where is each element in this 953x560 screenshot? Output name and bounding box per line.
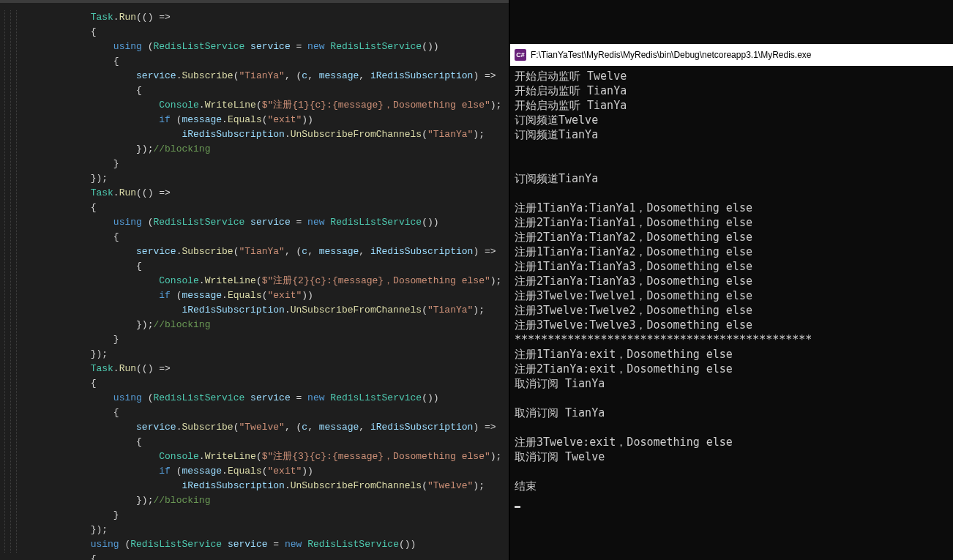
code-line[interactable]: { bbox=[22, 376, 509, 391]
code-line[interactable]: if (message.Equals("exit")) bbox=[22, 288, 509, 303]
code-line[interactable]: iRedisSubscription.UnSubscribeFromChanne… bbox=[22, 479, 509, 493]
code-line[interactable]: { bbox=[22, 552, 509, 560]
console-line: 注册3Twelve:Twelve3，Dosomething else bbox=[515, 318, 949, 332]
indent-guides bbox=[0, 10, 22, 553]
console-line: 取消订阅 Twelve bbox=[515, 449, 949, 464]
console-line: ****************************************… bbox=[515, 332, 949, 347]
console-line: 注册2TianYa:exit，Dosomething else bbox=[515, 362, 949, 376]
code-line[interactable]: { bbox=[22, 25, 509, 40]
console-line: 注册1TianYa:TianYa3，Dosomething else bbox=[515, 259, 949, 274]
console-line: 订阅频道Twelve bbox=[515, 113, 949, 127]
console-window[interactable]: C# F:\TianYaTest\MyRedis\MyRedis\bin\Deb… bbox=[509, 0, 953, 560]
code-line[interactable]: { bbox=[22, 83, 509, 98]
console-titlebar[interactable]: C# F:\TianYaTest\MyRedis\MyRedis\bin\Deb… bbox=[510, 44, 953, 66]
code-line[interactable]: } bbox=[22, 157, 509, 171]
code-line[interactable]: { bbox=[22, 201, 509, 215]
code-line[interactable]: { bbox=[22, 435, 509, 449]
console-line: 注册3Twelve:Twelve2，Dosomething else bbox=[515, 303, 949, 318]
code-line[interactable]: iRedisSubscription.UnSubscribeFromChanne… bbox=[22, 303, 509, 318]
code-line[interactable]: if (message.Equals("exit")) bbox=[22, 113, 509, 127]
console-line bbox=[515, 391, 949, 406]
console-line: 注册2TianYa:TianYa1，Dosomething else bbox=[515, 215, 949, 230]
console-line: 注册2TianYa:TianYa3，Dosomething else bbox=[515, 274, 949, 288]
console-line: 开始启动监听 TianYa bbox=[515, 98, 949, 113]
console-line: 注册1TianYa:exit，Dosomething else bbox=[515, 347, 949, 362]
console-line: 注册2TianYa:TianYa2，Dosomething else bbox=[515, 230, 949, 244]
console-line: 取消订阅 TianYa bbox=[515, 376, 949, 391]
app-icon: C# bbox=[515, 49, 526, 61]
console-line: 注册3Twelve:Twelve1，Dosomething else bbox=[515, 288, 949, 303]
console-line bbox=[515, 142, 949, 157]
code-line[interactable]: } bbox=[22, 508, 509, 523]
console-line: 订阅频道TianYa bbox=[515, 171, 949, 186]
code-line[interactable]: });//blocking bbox=[22, 142, 509, 157]
console-line bbox=[515, 420, 949, 435]
console-line: 注册1TianYa:TianYa2，Dosomething else bbox=[515, 244, 949, 259]
code-line[interactable]: });//blocking bbox=[22, 493, 509, 508]
code-line[interactable]: service.Subscribe("TianYa", (c, message,… bbox=[22, 69, 509, 83]
code-line[interactable]: iRedisSubscription.UnSubscribeFromChanne… bbox=[22, 127, 509, 142]
code-content[interactable]: Task.Run(() => { using (RedisListService… bbox=[22, 10, 509, 560]
console-line: 结束 bbox=[515, 479, 949, 493]
console-line: 开始启动监听 TianYa bbox=[515, 83, 949, 98]
code-line[interactable]: using (RedisListService service = new Re… bbox=[22, 537, 509, 552]
code-line[interactable]: Console.WriteLine($"注册{3}{c}:{message}，D… bbox=[22, 449, 509, 464]
code-line[interactable]: using (RedisListService service = new Re… bbox=[22, 391, 509, 406]
console-line: 注册3Twelve:exit，Dosomething else bbox=[515, 435, 949, 449]
console-cursor bbox=[515, 493, 949, 508]
code-line[interactable]: { bbox=[22, 406, 509, 420]
code-line[interactable]: { bbox=[22, 230, 509, 244]
code-line[interactable]: Console.WriteLine($"注册{1}{c}:{message}，D… bbox=[22, 98, 509, 113]
code-editor[interactable]: Task.Run(() => { using (RedisListService… bbox=[0, 0, 509, 560]
code-line[interactable]: }); bbox=[22, 347, 509, 362]
code-line[interactable]: });//blocking bbox=[22, 318, 509, 332]
code-line[interactable]: }); bbox=[22, 523, 509, 537]
code-line[interactable]: service.Subscribe("TianYa", (c, message,… bbox=[22, 244, 509, 259]
console-line bbox=[515, 157, 949, 171]
console-output[interactable]: 开始启动监听 Twelve开始启动监听 TianYa开始启动监听 TianYa订… bbox=[510, 66, 953, 511]
code-line[interactable]: Console.WriteLine($"注册{2}{c}:{message}，D… bbox=[22, 274, 509, 288]
console-title: F:\TianYaTest\MyRedis\MyRedis\bin\Debug\… bbox=[531, 50, 812, 60]
code-line[interactable]: service.Subscribe("Twelve", (c, message,… bbox=[22, 420, 509, 435]
code-line[interactable]: Task.Run(() => bbox=[22, 186, 509, 201]
code-line[interactable]: } bbox=[22, 332, 509, 347]
console-line bbox=[515, 186, 949, 201]
code-line[interactable]: if (message.Equals("exit")) bbox=[22, 464, 509, 479]
console-line bbox=[515, 464, 949, 479]
code-line[interactable]: Task.Run(() => bbox=[22, 362, 509, 376]
console-line: 注册1TianYa:TianYa1，Dosomething else bbox=[515, 201, 949, 215]
code-line[interactable]: using (RedisListService service = new Re… bbox=[22, 40, 509, 54]
code-line[interactable]: { bbox=[22, 54, 509, 69]
console-line: 订阅频道TianYa bbox=[515, 127, 949, 142]
console-line: 开始启动监听 Twelve bbox=[515, 69, 949, 83]
code-line[interactable]: Task.Run(() => bbox=[22, 10, 509, 25]
code-line[interactable]: { bbox=[22, 259, 509, 274]
code-line[interactable]: }); bbox=[22, 171, 509, 186]
code-line[interactable]: using (RedisListService service = new Re… bbox=[22, 215, 509, 230]
console-line: 取消订阅 TianYa bbox=[515, 406, 949, 420]
